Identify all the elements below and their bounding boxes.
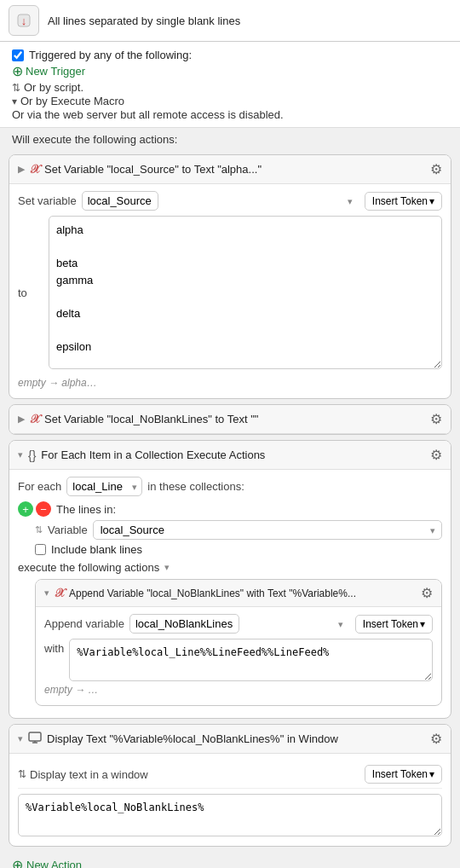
with-label: with [44, 639, 64, 655]
trigger-checkbox-row: Triggered by any of the following: [12, 49, 448, 61]
web-server-label: Or via the web server but all remote acc… [12, 108, 284, 121]
gear-icon-display[interactable]: ⚙ [430, 731, 442, 747]
triggers-section: Triggered by any of the following: ⊕ New… [0, 42, 460, 128]
execute-label: execute the following actions [18, 561, 159, 574]
insert-token-button-source[interactable]: Insert Token ▾ [365, 192, 442, 211]
for-each-label: For each [18, 480, 61, 493]
svg-text:↓: ↓ [21, 14, 27, 27]
include-blank-label: Include blank lines [51, 543, 142, 556]
gear-icon-foreach[interactable]: ⚙ [430, 447, 442, 463]
collapse-icon-display[interactable]: ▾ [18, 733, 23, 744]
foreach-card: ▾ {} For Each Item in a Collection Execu… [9, 440, 451, 719]
empty-arrow-append: empty → … [44, 681, 433, 698]
include-blank-checkbox[interactable] [35, 544, 46, 555]
variable-name-select-wrap: local_Source [82, 191, 359, 211]
new-action-label: New Action [26, 859, 82, 868]
variable-updown-icon: ⇅ [35, 524, 43, 535]
new-trigger-button[interactable]: ⊕ New Trigger [12, 63, 448, 79]
execute-row: execute the following actions ▾ [18, 561, 442, 574]
in-these-label: in these collections: [147, 480, 244, 493]
or-by-macro-label: Or by Execute Macro [20, 95, 124, 107]
new-trigger-label: New Trigger [26, 65, 85, 78]
empty-arrow-source: empty → alpha… [18, 374, 442, 391]
set-variable-source-header: ▶ 𝒳 Set Variable "local_Source" to Text … [9, 155, 451, 184]
display-sub-header: ⇅ Display text in a window Insert Token … [18, 761, 442, 789]
triggered-by-label: Triggered by any of the following: [29, 49, 192, 61]
gear-icon-set-source[interactable]: ⚙ [430, 161, 442, 177]
macro-title: All lines separated by single blank line… [48, 14, 240, 27]
with-text-area[interactable] [69, 639, 433, 681]
collapse-icon[interactable]: ▶ [18, 164, 25, 175]
or-by-script-label: Or by script. [24, 81, 83, 94]
plus-minus-row: + − [18, 501, 51, 517]
monitor-icon [28, 732, 42, 746]
source-row: + − The lines in: [18, 501, 442, 517]
display-text-title: Display Text "%Variable%local_NoBlankLin… [47, 732, 425, 745]
set-variable-noblank-card: ▶ 𝒳 Set Variable "local_NoBlankLines" to… [9, 404, 451, 435]
insert-token-button-append[interactable]: Insert Token ▾ [355, 615, 433, 634]
set-variable-noblank-header: ▶ 𝒳 Set Variable "local_NoBlankLines" to… [9, 405, 451, 434]
append-variable-select[interactable]: local_NoBlankLines [129, 614, 239, 634]
x-script-icon: 𝒳 [30, 162, 39, 176]
for-each-variable-wrap: local_Line [66, 477, 142, 496]
display-text-area[interactable] [18, 794, 442, 836]
x-icon-append: 𝒳 [55, 586, 64, 600]
set-variable-source-body: Set variable local_Source Insert Token ▾… [9, 184, 451, 398]
or-by-script-row: ⇅ Or by script. [12, 81, 448, 94]
insert-token-button-display[interactable]: Insert Token ▾ [365, 765, 442, 784]
include-blank-row: Include blank lines [35, 543, 442, 556]
collapse-icon-foreach[interactable]: ▾ [18, 449, 23, 460]
svg-rect-2 [29, 732, 41, 741]
web-server-row: Or via the web server but all remote acc… [12, 108, 448, 121]
display-text-header: ▾ Display Text "%Variable%local_NoBlankL… [9, 725, 451, 754]
set-variable-source-title: Set Variable "local_Source" to Text "alp… [44, 163, 425, 176]
add-collection-button[interactable]: + [18, 501, 33, 517]
append-variable-body: Append variable local_NoBlankLines Inser… [36, 607, 441, 705]
trigger-checkbox[interactable] [12, 49, 24, 61]
for-each-variable-select[interactable]: local_Line [66, 477, 142, 496]
display-in-window-label: ⇅ Display text in a window [18, 768, 148, 781]
to-field-row: to alpha beta gamma delta epsilon [18, 216, 442, 369]
new-action-plus-icon: ⊕ [12, 857, 23, 868]
display-text-card: ▾ Display Text "%Variable%local_NoBlankL… [9, 724, 451, 847]
gear-icon-noblank[interactable]: ⚙ [430, 411, 442, 427]
gear-icon-append[interactable]: ⚙ [421, 585, 433, 601]
source-variable-wrap: local_Source [93, 520, 442, 540]
the-lines-label: The lines in: [56, 503, 116, 516]
foreach-row: For each local_Line in these collections… [18, 477, 442, 496]
source-variable-select[interactable]: local_Source [93, 520, 442, 540]
append-variable-title: Append Variable "local_NoBlankLines" wit… [69, 587, 416, 599]
with-row: with [44, 639, 433, 681]
will-execute-label: Will execute the following actions: [0, 128, 460, 149]
foreach-body: For each local_Line in these collections… [9, 470, 451, 718]
source-text-area[interactable]: alpha beta gamma delta epsilon [49, 216, 442, 369]
or-by-macro-row: ▾ Or by Execute Macro [12, 95, 448, 107]
set-variable-field-row: Set variable local_Source Insert Token ▾ [18, 191, 442, 211]
append-field-row: Append variable local_NoBlankLines Inser… [44, 614, 433, 634]
foreach-title: For Each Item in a Collection Execute Ac… [41, 448, 425, 461]
x-script-icon-noblank: 𝒳 [30, 412, 39, 426]
new-trigger-plus-icon: ⊕ [12, 63, 23, 79]
top-bar: ↓ All lines separated by single blank li… [0, 0, 460, 42]
set-variable-source-card: ▶ 𝒳 Set Variable "local_Source" to Text … [9, 154, 451, 399]
append-variable-label: Append variable [44, 617, 124, 630]
variable-label: Variable [48, 524, 88, 536]
new-action-button[interactable]: ⊕ New Action [0, 852, 460, 868]
execute-chevron-icon: ▾ [164, 562, 170, 573]
chevron-down-icon: ▾ [12, 95, 17, 107]
set-variable-noblank-title: Set Variable "local_NoBlankLines" to Tex… [44, 413, 425, 425]
macro-icon-button[interactable]: ↓ [9, 5, 39, 36]
append-variable-card: ▾ 𝒳 Append Variable "local_NoBlankLines"… [35, 579, 442, 706]
set-variable-label: Set variable [18, 194, 77, 207]
remove-collection-button[interactable]: − [36, 501, 51, 517]
display-text-body: ⇅ Display text in a window Insert Token … [9, 754, 451, 846]
variable-row: ⇅ Variable local_Source [35, 520, 442, 540]
to-label: to [18, 286, 43, 299]
append-variable-header: ▾ 𝒳 Append Variable "local_NoBlankLines"… [36, 580, 441, 607]
collapse-icon-noblank[interactable]: ▶ [18, 414, 25, 425]
up-down-icon: ⇅ [12, 82, 20, 94]
variable-name-select[interactable]: local_Source [82, 191, 158, 211]
curly-braces-icon: {} [28, 448, 36, 462]
collapse-icon-append[interactable]: ▾ [44, 587, 49, 599]
append-variable-select-wrap: local_NoBlankLines [129, 614, 350, 634]
